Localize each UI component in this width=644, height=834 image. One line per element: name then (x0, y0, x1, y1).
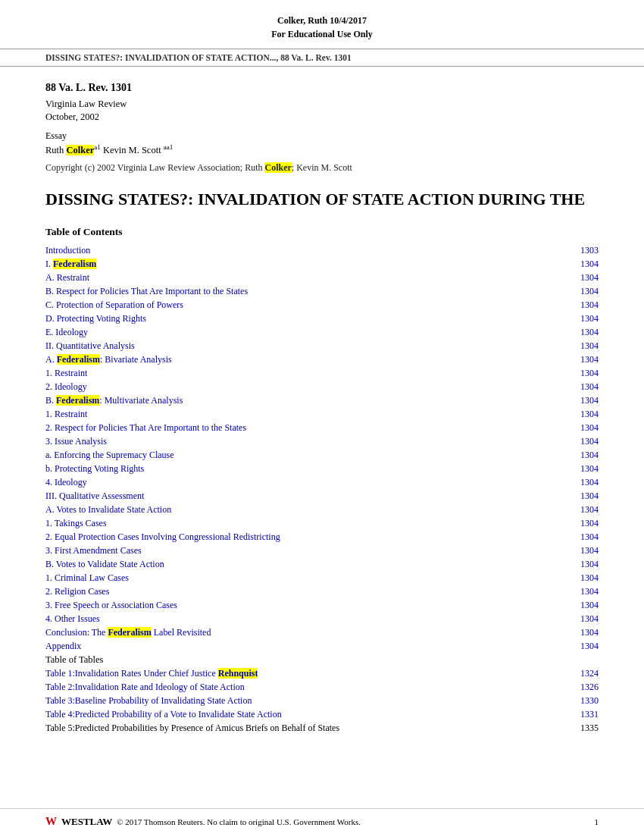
toc-page-2-religion: 1304 (561, 585, 599, 599)
toc-page-a-invalidate: 1304 (561, 503, 599, 517)
footer-page-num: 1 (595, 817, 599, 826)
toc-label-1-criminal[interactable]: 1. Criminal Law Cases (45, 572, 561, 585)
toc-label-ii-quant[interactable]: II. Quantitative Analysis (45, 340, 561, 353)
toc-label-3-issue[interactable]: 3. Issue Analysis (45, 435, 561, 449)
toc-row-table5: Table 5:Predicted Probabilities by Prese… (45, 722, 599, 735)
header-line1: Colker, Ruth 10/4/2017 (45, 14, 599, 27)
toc-label-1-restraint-a[interactable]: 1. Restraint (45, 367, 561, 381)
toc-row-ii-quant: II. Quantitative Analysis 1304 (45, 340, 599, 353)
toc-page-4-other: 1304 (561, 613, 599, 626)
toc-page-2-respect: 1304 (561, 422, 599, 435)
toc-label-b-protecting[interactable]: b. Protecting Voting Rights (45, 462, 561, 476)
toc-label-1-restraint-b[interactable]: 1. Restraint (45, 408, 561, 422)
author-prefix: Ruth (45, 145, 66, 155)
toc-label-appendix[interactable]: Appendix (45, 640, 561, 654)
toc-page-ii-quant: 1304 (561, 340, 599, 353)
toc-label-table1[interactable]: Table 1:Invalidation Rates Under Chief J… (45, 667, 561, 681)
copyright-prefix: Copyright (c) 2002 Virginia Law Review A… (45, 162, 264, 173)
essay-label: Essay (45, 130, 599, 142)
toc-row-table4: Table 4:Predicted Probability of a Vote … (45, 708, 599, 722)
top-header: Colker, Ruth 10/4/2017 For Educational U… (0, 0, 644, 49)
toc-page-c-protection: 1304 (561, 299, 599, 312)
toc-page-table1: 1324 (561, 667, 599, 681)
header-bar: DISSING STATES?: INVALIDATION OF STATE A… (0, 49, 644, 67)
article-title: DISSING STATES?: INVALIDATION OF STATE A… (45, 189, 599, 211)
toc-row-2-respect: 2. Respect for Policies That Are Importa… (45, 422, 599, 435)
toc-label-3-free-speech[interactable]: 3. Free Speech or Association Cases (45, 599, 561, 613)
page: Colker, Ruth 10/4/2017 For Educational U… (0, 0, 644, 834)
author2-sup: aa1 (164, 143, 174, 151)
toc-row-b-multivariate: B. Federalism: Multivariate Analysis 130… (45, 394, 599, 408)
toc-row-table1: Table 1:Invalidation Rates Under Chief J… (45, 667, 599, 681)
toc-label-b-validate[interactable]: B. Votes to Validate State Action (45, 558, 561, 572)
toc-label-2-ideology-a[interactable]: 2. Ideology (45, 381, 561, 394)
toc-row-d-protecting: D. Protecting Voting Rights 1304 (45, 312, 599, 326)
author1-highlight: Colker (66, 145, 94, 155)
toc-label-iii-qual[interactable]: III. Qualitative Assessment (45, 490, 561, 503)
toc-label-table-of-tables-header: Table of Tables (45, 654, 599, 667)
toc-row-4-ideology: 4. Ideology 1304 (45, 476, 599, 490)
toc-label-c-protection[interactable]: C. Protection of Separation of Powers (45, 299, 561, 312)
toc-row-1-criminal: 1. Criminal Law Cases 1304 (45, 572, 599, 585)
toc-row-appendix: Appendix 1304 (45, 640, 599, 654)
toc-page-a-enforcing: 1304 (561, 449, 599, 462)
footer-copyright: © 2017 Thomson Reuters. No claim to orig… (117, 817, 361, 826)
copyright-highlight: Colker (264, 162, 291, 173)
toc-label-3-first-amendment[interactable]: 3. First Amendment Cases (45, 544, 561, 558)
toc-label-1-takings[interactable]: 1. Takings Cases (45, 517, 561, 531)
toc-label-d-protecting[interactable]: D. Protecting Voting Rights (45, 312, 561, 326)
toc-label-table3[interactable]: Table 3:Baseline Probability of Invalida… (45, 694, 561, 708)
toc-label-a-bivariate[interactable]: A. Federalism: Bivariate Analysis (45, 353, 561, 367)
toc-row-3-first-amendment: 3. First Amendment Cases 1304 (45, 544, 599, 558)
toc-page-d-protecting: 1304 (561, 312, 599, 326)
toc-page-1-takings: 1304 (561, 517, 599, 531)
toc-page-3-first-amendment: 1304 (561, 544, 599, 558)
toc-row-a-bivariate: A. Federalism: Bivariate Analysis 1304 (45, 353, 599, 367)
toc-label-a-restraint[interactable]: A. Restraint (45, 271, 561, 285)
toc-row-conclusion: Conclusion: The Federalism Label Revisit… (45, 626, 599, 640)
header-bar-text: DISSING STATES?: INVALIDATION OF STATE A… (45, 53, 352, 62)
toc-page-3-issue: 1304 (561, 435, 599, 449)
toc-label-4-other[interactable]: 4. Other Issues (45, 613, 561, 626)
toc-row-a-enforcing: a. Enforcing the Supremacy Clause 1304 (45, 449, 599, 462)
toc-label-e-ideology[interactable]: E. Ideology (45, 326, 561, 340)
westlaw-icon: W (45, 815, 57, 828)
toc-row-1-restraint-b: 1. Restraint 1304 (45, 408, 599, 422)
toc-label-i-federalism[interactable]: I. Federalism (45, 258, 561, 271)
toc-row-b-protecting: b. Protecting Voting Rights 1304 (45, 462, 599, 476)
toc-page-table5: 1335 (561, 722, 599, 735)
main-content: 88 Va. L. Rev. 1301 Virginia Law Review … (0, 74, 644, 781)
toc-label-conclusion[interactable]: Conclusion: The Federalism Label Revisit… (45, 626, 561, 640)
header-line2: For Educational Use Only (45, 27, 599, 41)
toc-row-table-of-tables-header: Table of Tables (45, 654, 599, 667)
toc-page-introduction: 1303 (561, 244, 599, 258)
toc-label-a-invalidate[interactable]: A. Votes to Invalidate State Action (45, 503, 561, 517)
toc-page-appendix: 1304 (561, 640, 599, 654)
toc-label-4-ideology[interactable]: 4. Ideology (45, 476, 561, 490)
toc-label-b-respect[interactable]: B. Respect for Policies That Are Importa… (45, 285, 561, 299)
citation: 88 Va. L. Rev. 1301 (45, 82, 599, 94)
toc-label-2-equal[interactable]: 2. Equal Protection Cases Involving Cong… (45, 531, 561, 544)
toc-page-i-federalism: 1304 (561, 258, 599, 271)
toc-row-iii-qual: III. Qualitative Assessment 1304 (45, 490, 599, 503)
toc-page-b-respect: 1304 (561, 285, 599, 299)
toc-page-table2: 1326 (561, 681, 599, 694)
toc-label-b-multivariate[interactable]: B. Federalism: Multivariate Analysis (45, 394, 561, 408)
toc-label-2-religion[interactable]: 2. Religion Cases (45, 585, 561, 599)
toc-row-introduction: Introduction 1303 (45, 244, 599, 258)
toc-table: Introduction 1303 I. Federalism 1304 A. … (45, 244, 599, 735)
toc-label-a-enforcing[interactable]: a. Enforcing the Supremacy Clause (45, 449, 561, 462)
toc-row-table2: Table 2:Invalidation Rate and Ideology o… (45, 681, 599, 694)
westlaw-logo: WESTLAW (61, 816, 112, 828)
toc-row-e-ideology: E. Ideology 1304 (45, 326, 599, 340)
toc-label-2-respect[interactable]: 2. Respect for Policies That Are Importa… (45, 422, 561, 435)
author-middle: Kevin M. Scott (101, 145, 164, 155)
toc-section: Table of Contents Introduction 1303 I. F… (45, 226, 599, 735)
toc-row-c-protection: C. Protection of Separation of Powers 13… (45, 299, 599, 312)
toc-label-introduction[interactable]: Introduction (45, 244, 561, 258)
author1-sup: a1 (94, 143, 101, 151)
toc-label-table2[interactable]: Table 2:Invalidation Rate and Ideology o… (45, 681, 561, 694)
toc-row-2-religion: 2. Religion Cases 1304 (45, 585, 599, 599)
toc-label-table4[interactable]: Table 4:Predicted Probability of a Vote … (45, 708, 561, 722)
toc-row-3-free-speech: 3. Free Speech or Association Cases 1304 (45, 599, 599, 613)
